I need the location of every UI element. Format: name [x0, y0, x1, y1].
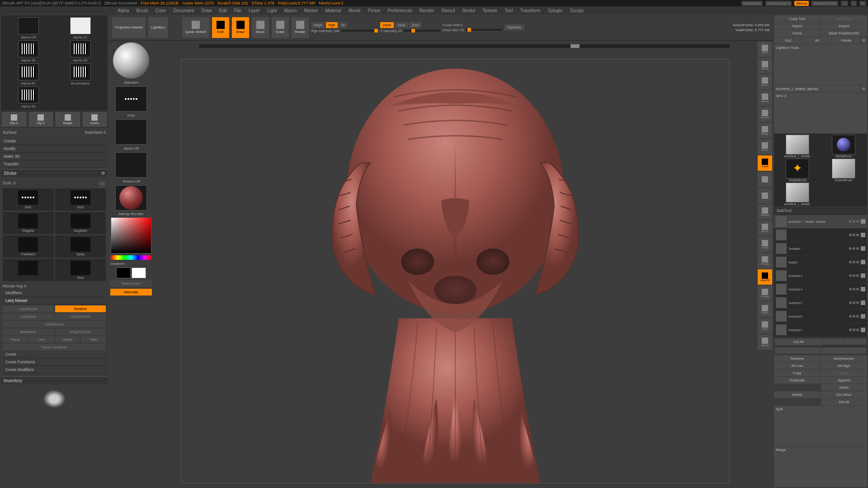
stroke-preview[interactable]	[115, 86, 147, 112]
tool-item[interactable]: ✦SimpleBrush	[775, 159, 820, 182]
subtool-row[interactable]: Unbenä 7	[774, 324, 867, 337]
color-picker[interactable]	[111, 217, 151, 253]
subtool-row[interactable]: Unbenä 6	[774, 310, 867, 324]
copy-button[interactable]: Copy	[774, 370, 821, 376]
floor-button[interactable]: Floor	[758, 139, 772, 155]
all-low-button[interactable]: All Low	[774, 362, 821, 369]
autoreorder-button[interactable]: AutoReorder	[821, 355, 868, 362]
subtool-row[interactable]: Unbenä 4	[774, 283, 867, 296]
quicksave-button[interactable]: QuickSave	[741, 1, 763, 6]
rename-button[interactable]: Rename	[774, 355, 821, 362]
subtool-row[interactable]	[774, 229, 867, 242]
goz-button[interactable]: GoZ	[774, 37, 802, 44]
subtool-list: workflow_I_details_alphasTentakelAugenUn…	[774, 215, 867, 337]
window-max-icon[interactable]: □	[851, 1, 857, 6]
up-icon[interactable]	[822, 338, 844, 345]
rotate-button[interactable]: Rotate	[758, 253, 772, 268]
visibility-icon[interactable]	[861, 273, 865, 278]
curve-header[interactable]: Curve	[3, 351, 106, 358]
tool-item[interactable]: EraserBrush	[821, 159, 866, 182]
xpose-button[interactable]: Xpose	[758, 334, 772, 350]
menu-zscript[interactable]: Zscript	[570, 8, 583, 13]
visibility-icon[interactable]	[861, 219, 865, 224]
move-up-icon[interactable]	[775, 347, 821, 354]
export-button[interactable]: Export	[821, 23, 868, 29]
visibility-icon[interactable]	[861, 328, 865, 332]
tool-item[interactable]: AlphaBrush	[821, 135, 866, 158]
butterfly-icon	[43, 390, 66, 408]
track-curvature[interactable]: Track Curvature	[3, 344, 106, 351]
lightbox-tools[interactable]: Lightbox Tools	[774, 44, 867, 85]
scroll-button[interactable]: Scroll	[758, 58, 772, 73]
down-icon[interactable]	[844, 338, 866, 345]
visible-button[interactable]: Visible	[832, 37, 860, 44]
seethrough-slider[interactable]: See-through 0	[765, 1, 792, 6]
delete-button[interactable]: Delete	[774, 391, 821, 398]
viewport[interactable]	[154, 41, 757, 488]
window-close-icon[interactable]: ✕	[859, 1, 866, 6]
clone-button[interactable]: Clone	[774, 30, 821, 37]
visibility-icon[interactable]	[861, 300, 865, 305]
line-fill-button[interactable]: Line Fill	[758, 269, 772, 285]
tool-item[interactable]: workflow_I_details.	[775, 183, 820, 206]
window-min-icon[interactable]: —	[841, 1, 848, 6]
move-button[interactable]: Move	[758, 221, 772, 236]
tool-palette: workflow_I_details.AlphaBrush✦SimpleBrus…	[774, 134, 867, 206]
right-panel: Copy ToolPaste Tool ImportExport CloneMa…	[773, 14, 868, 488]
zoom-button[interactable]: Zoom	[758, 74, 772, 89]
tool-name[interactable]: workflow_I_details_alphas.	[774, 85, 860, 92]
visibility-icon[interactable]	[861, 287, 865, 291]
aahalf-button[interactable]: AAHalf	[758, 107, 772, 122]
curve-modifiers-header[interactable]: Curve Modifiers	[3, 366, 106, 374]
subtool-row[interactable]: workflow_I_details_alphas	[774, 215, 867, 229]
visibility-icon[interactable]	[861, 246, 865, 251]
split-header[interactable]: Split	[774, 406, 867, 446]
import-button[interactable]: Import	[774, 23, 821, 29]
default-zscript[interactable]: DefaultZScript	[811, 1, 838, 6]
timeline-scrubber[interactable]	[199, 44, 730, 48]
insert-button[interactable]: Insert	[821, 384, 868, 391]
visibility-icon[interactable]	[861, 233, 865, 237]
del-all-button[interactable]: Del All	[821, 399, 868, 405]
transp-button[interactable]: Transp	[758, 286, 772, 301]
frame-button[interactable]: Frame	[758, 204, 772, 220]
copy-tool-button[interactable]: Copy Tool	[774, 15, 821, 22]
tool-item[interactable]: workflow_I_details.	[775, 135, 820, 158]
subtool-row[interactable]: Tentakel	[774, 242, 867, 256]
append-button[interactable]: Append	[821, 377, 868, 384]
subtool-row[interactable]: Unbenä 3	[774, 269, 867, 283]
subtool-row[interactable]: Augen	[774, 256, 867, 269]
subtool-header[interactable]: SubTool	[774, 207, 867, 215]
svg-point-2	[476, 249, 509, 275]
menus-toggle[interactable]: Menus	[794, 1, 809, 6]
actual-button[interactable]: Actual	[758, 90, 772, 106]
del-other-button[interactable]: Del Other	[821, 391, 868, 398]
solo-button[interactable]: Solo	[758, 318, 772, 333]
bpr-button[interactable]: BPR	[758, 42, 772, 57]
r-button[interactable]: R	[861, 37, 867, 44]
blank-button[interactable]	[758, 188, 772, 203]
visibility-icon[interactable]	[861, 314, 865, 319]
local-button[interactable]: Local	[758, 155, 772, 171]
subtool-row[interactable]: Unbenä 5	[774, 296, 867, 310]
merge-header[interactable]: Merge	[774, 446, 867, 487]
r-button-2[interactable]: R	[861, 85, 867, 92]
all-button[interactable]: All	[803, 37, 831, 44]
total-points: TotalPoints: 5.777 Mil	[733, 28, 769, 32]
scale-button[interactable]: Scale	[758, 237, 772, 252]
list-all-button[interactable]: List All	[775, 338, 822, 345]
paste-tool-button[interactable]: Paste Tool	[821, 15, 868, 22]
all-high-button[interactable]: All High	[821, 362, 868, 369]
blank-button[interactable]	[758, 172, 772, 187]
ghost-button[interactable]: Ghost	[758, 302, 772, 317]
inventory-header[interactable]: Inventory	[1, 376, 108, 385]
persp-button[interactable]: Persp	[758, 123, 772, 138]
make-polymesh-button[interactable]: Make PolyMesh3D	[821, 30, 868, 37]
sculpt-model	[181, 59, 729, 483]
duplicate-button[interactable]: Duplicate	[774, 377, 821, 384]
spix-slider[interactable]: SPix 3	[774, 93, 867, 133]
visibility-icon[interactable]	[861, 260, 865, 264]
move-down-icon[interactable]	[821, 347, 867, 354]
paste-button[interactable]: Paste	[821, 370, 868, 376]
curve-functions-header[interactable]: Curve Functions	[3, 358, 106, 366]
